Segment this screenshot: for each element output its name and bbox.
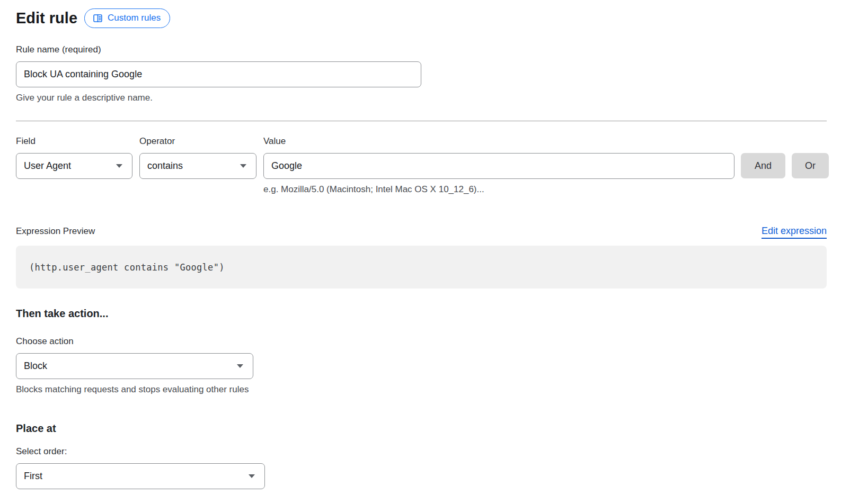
field-select[interactable]: User Agent xyxy=(16,153,132,179)
field-column: Field User Agent xyxy=(16,136,132,179)
operator-select[interactable]: contains xyxy=(139,153,256,179)
order-select[interactable]: First xyxy=(16,463,265,489)
rule-name-label: Rule name (required) xyxy=(16,44,829,55)
value-column: Value e.g. Mozilla/5.0 (Macintosh; Intel… xyxy=(263,136,734,195)
and-button[interactable]: And xyxy=(741,153,785,178)
select-order-label: Select order: xyxy=(16,446,829,457)
field-select-value: User Agent xyxy=(24,160,71,172)
edit-expression-link[interactable]: Edit expression xyxy=(762,226,827,239)
chevron-down-icon xyxy=(116,164,122,168)
chevron-down-icon xyxy=(249,474,255,478)
page-title: Edit rule xyxy=(16,8,77,28)
book-open-icon xyxy=(93,13,103,23)
chevron-down-icon xyxy=(240,164,246,168)
field-label: Field xyxy=(16,136,132,147)
value-label: Value xyxy=(263,136,734,147)
rule-name-group: Rule name (required) Give your rule a de… xyxy=(16,44,829,103)
expression-preview-label: Expression Preview xyxy=(16,226,95,237)
expression-section: Expression Preview Edit expression (http… xyxy=(16,226,827,289)
expression-preview-box: (http.user_agent contains "Google") xyxy=(16,246,827,289)
condition-logic-buttons: And Or xyxy=(741,136,829,178)
or-button[interactable]: Or xyxy=(792,153,829,178)
action-help: Blocks matching requests and stops evalu… xyxy=(16,384,829,395)
chevron-down-icon xyxy=(237,364,243,368)
rule-name-help: Give your rule a descriptive name. xyxy=(16,92,829,103)
expression-header: Expression Preview Edit expression xyxy=(16,226,827,239)
place-at-heading: Place at xyxy=(16,421,829,435)
operator-label: Operator xyxy=(139,136,256,147)
operator-column: Operator contains xyxy=(139,136,256,179)
action-select-value: Block xyxy=(24,361,47,372)
action-select[interactable]: Block xyxy=(16,353,253,379)
action-heading: Then take action... xyxy=(16,307,829,320)
expression-code: (http.user_agent contains "Google") xyxy=(29,262,225,273)
order-select-value: First xyxy=(24,471,42,482)
choose-action-label: Choose action xyxy=(16,336,829,347)
custom-rules-button[interactable]: Custom rules xyxy=(84,8,170,28)
value-help: e.g. Mozilla/5.0 (Macintosh; Intel Mac O… xyxy=(263,184,734,195)
edit-rule-page: Edit rule Custom rules Rule name (requir… xyxy=(0,0,841,504)
custom-rules-label: Custom rules xyxy=(108,13,161,23)
value-input[interactable] xyxy=(263,153,734,179)
condition-row: Field User Agent Operator contains Value… xyxy=(16,136,829,195)
operator-select-value: contains xyxy=(147,160,183,172)
section-divider xyxy=(16,121,827,121)
rule-name-input[interactable] xyxy=(16,61,421,87)
page-header: Edit rule Custom rules xyxy=(16,8,829,28)
